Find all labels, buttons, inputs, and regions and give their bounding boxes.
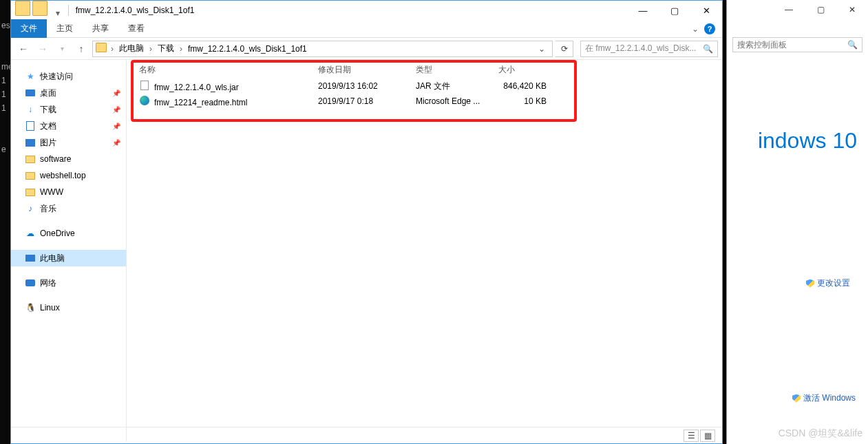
watermark: CSDN @坦笑&&life (779, 427, 862, 440)
shield-icon (806, 279, 814, 288)
file-explorer-window: ▾ fmw_12.2.1.4.0_wls_Disk1_1of1 — ▢ ✕ 文件… (10, 0, 723, 444)
chevron-right-icon[interactable]: › (148, 44, 154, 54)
bg-search-field[interactable] (737, 40, 847, 50)
close-button[interactable]: ✕ (690, 1, 722, 20)
nav-recent[interactable]: ▾ (54, 41, 70, 57)
ribbon-expand[interactable]: ⌄ (692, 24, 699, 34)
nav-up[interactable]: ↑ (73, 41, 89, 57)
bg-maximize[interactable]: ▢ (805, 5, 836, 14)
qat-properties[interactable] (32, 1, 47, 16)
qat-arrow[interactable]: ▾ (50, 6, 65, 21)
picture-icon (25, 137, 36, 148)
download-icon: ↓ (25, 104, 36, 115)
star-icon: ★ (25, 71, 36, 82)
maximize-button[interactable]: ▢ (659, 1, 690, 20)
pin-icon: 📌 (112, 139, 120, 147)
background-terminal: esme111e (0, 0, 10, 444)
file-list: 名称 修改日期 类型 大小 fmw_12.2.1.4.0_wls.jar 201… (127, 60, 722, 441)
network-icon (25, 277, 36, 288)
sidebar-documents[interactable]: 文档📌 (11, 118, 126, 134)
sidebar-software[interactable]: software (11, 151, 126, 167)
sidebar-network[interactable]: 网络 (11, 275, 126, 291)
sidebar-quick-access[interactable]: ★快速访问 (11, 68, 126, 85)
sidebar-music[interactable]: ♪音乐 (11, 200, 126, 217)
nav-forward[interactable]: → (34, 41, 51, 57)
change-settings-link[interactable]: 更改设置 (727, 277, 868, 289)
tab-view[interactable]: 查看 (118, 19, 154, 38)
file-row[interactable]: fmw_12214_readme.html 2019/9/17 0:18 Mic… (127, 94, 722, 109)
search-box[interactable]: 在 fmw_12.2.1.4.0_wls_Disk... 🔍 (580, 41, 718, 57)
search-icon: 🔍 (703, 44, 713, 54)
bg-search-input[interactable]: 🔍 (732, 37, 862, 52)
crumb-downloads[interactable]: 下载 (155, 43, 177, 54)
cloud-icon: ☁ (25, 228, 36, 239)
breadcrumb[interactable]: › 此电脑 › 下载 › fmw_12.2.1.4.0_wls_Disk1_1o… (92, 41, 553, 57)
folder-icon (15, 1, 30, 16)
col-name[interactable]: 名称 (139, 64, 318, 76)
desktop-icon (25, 87, 36, 98)
pin-icon: 📌 (112, 106, 120, 114)
shield-icon (792, 394, 801, 403)
pin-icon: 📌 (112, 123, 120, 130)
ribbon-tabs: 文件 主页 共享 查看 ⌄ ? (11, 20, 722, 38)
activate-windows-link[interactable]: 激活 Windows (727, 392, 868, 404)
document-icon (25, 120, 36, 131)
background-control-panel: — ▢ ✕ 🔍 indows 10 更改设置 激活 Windows (726, 0, 868, 444)
sidebar-pictures[interactable]: 图片📌 (11, 134, 126, 151)
status-bar: ☰ ▦ (11, 427, 722, 443)
sidebar-downloads[interactable]: ↓下载📌 (11, 101, 126, 118)
folder-icon (25, 187, 36, 198)
bg-close[interactable]: ✕ (836, 5, 868, 14)
sidebar-this-pc[interactable]: 此电脑 (11, 250, 126, 266)
col-type[interactable]: 类型 (416, 64, 498, 76)
address-dropdown[interactable]: ⌄ (534, 44, 549, 54)
bg-minimize[interactable]: — (773, 5, 805, 14)
sidebar-desktop[interactable]: 桌面📌 (11, 85, 126, 101)
sidebar-www[interactable]: WWW (11, 184, 126, 200)
minimize-button[interactable]: — (627, 1, 659, 20)
refresh-button[interactable]: ⟳ (555, 41, 573, 57)
music-icon: ♪ (25, 203, 36, 214)
search-placeholder: 在 fmw_12.2.1.4.0_wls_Disk... (585, 43, 703, 54)
linux-icon: 🐧 (25, 302, 36, 313)
view-icons-button[interactable]: ▦ (700, 430, 715, 442)
chevron-right-icon[interactable]: › (178, 44, 184, 54)
pc-icon (25, 253, 36, 264)
windows-10-logo: indows 10 (727, 128, 868, 154)
folder-icon (25, 154, 36, 165)
sidebar-linux[interactable]: 🐧Linux (11, 299, 126, 316)
pin-icon: 📌 (112, 89, 120, 97)
col-date[interactable]: 修改日期 (318, 64, 416, 76)
file-row[interactable]: fmw_12.2.1.4.0_wls.jar 2019/9/13 16:02 J… (127, 78, 722, 94)
nav-back[interactable]: ← (15, 41, 32, 57)
tab-share[interactable]: 共享 (83, 19, 118, 38)
crumb-current[interactable]: fmw_12.2.1.4.0_wls_Disk1_1of1 (185, 44, 310, 54)
nav-bar: ← → ▾ ↑ › 此电脑 › 下载 › fmw_12.2.1.4.0_wls_… (11, 38, 722, 60)
chevron-right-icon[interactable]: › (109, 44, 115, 54)
window-title: fmw_12.2.1.4.0_wls_Disk1_1of1 (76, 6, 195, 15)
sidebar-webshell[interactable]: webshell.top (11, 167, 126, 184)
crumb-pc[interactable]: 此电脑 (116, 43, 147, 54)
help-icon[interactable]: ? (704, 23, 715, 34)
folder-icon (25, 170, 36, 181)
tab-home[interactable]: 主页 (47, 19, 83, 38)
sidebar-onedrive[interactable]: ☁OneDrive (11, 225, 126, 242)
folder-icon (96, 43, 108, 54)
title-bar[interactable]: ▾ fmw_12.2.1.4.0_wls_Disk1_1of1 — ▢ ✕ (11, 1, 722, 20)
column-headers[interactable]: 名称 修改日期 类型 大小 (127, 60, 722, 78)
tab-file[interactable]: 文件 (11, 19, 47, 38)
search-icon: 🔍 (847, 40, 858, 50)
col-size[interactable]: 大小 (498, 64, 547, 76)
nav-tree: ★快速访问 桌面📌 ↓下载📌 文档📌 图片📌 software webshell… (11, 60, 127, 441)
jar-file-icon (139, 80, 150, 91)
view-details-button[interactable]: ☰ (684, 430, 699, 442)
edge-html-icon (139, 95, 150, 106)
